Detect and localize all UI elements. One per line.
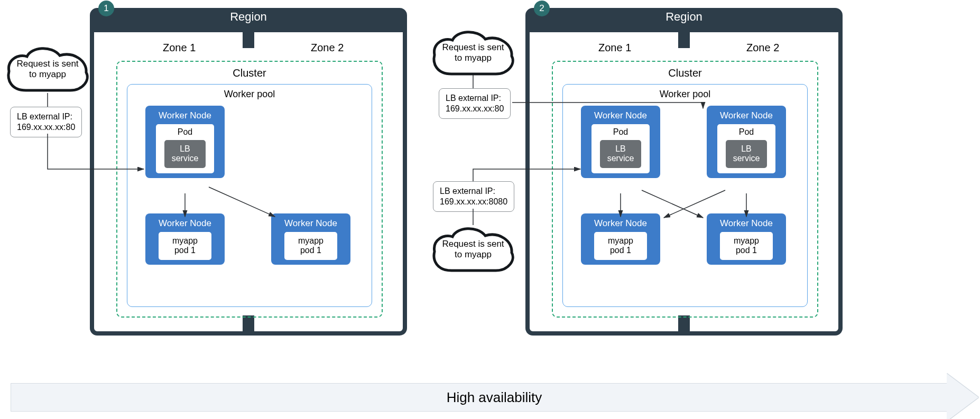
cloud-right-bottom-line1: Request is sent [428, 239, 518, 249]
cluster-box-left: Cluster Worker pool Worker Node Pod LB s… [116, 61, 383, 318]
lb-ip-left-line2: 169.xx.xx.xx:80 [17, 122, 75, 133]
ha-label: High availability [447, 389, 542, 406]
pod-box-lb-left: Pod LB service [156, 124, 214, 173]
zone1-label-right: Zone 1 [598, 42, 631, 54]
lb-ip-box-right-bottom: LB external IP: 169.xx.xx.xx:8080 [433, 181, 514, 212]
badge-one: 1 [98, 1, 114, 16]
lb-ip-right-top-line2: 169.xx.xx.xx:80 [446, 104, 504, 114]
lb-service-box1-right: LB service [600, 140, 641, 168]
myapp-pod1-line1-left: myapp [162, 236, 208, 246]
worker-node-title-lb1-right: Worker Node [586, 110, 655, 121]
lb-ip-right-bottom-line2: 169.xx.xx.xx:8080 [440, 197, 507, 207]
zone1-label-left: Zone 1 [163, 42, 196, 54]
myapp-pod2-line2-left: pod 1 [288, 246, 334, 255]
lb-service-box-left: LB service [164, 140, 206, 168]
myapp-pod1-line2-right: pod 1 [597, 246, 644, 255]
myapp-pod1-right: myapp pod 1 [594, 232, 647, 260]
region-box-left: Region Zone 1 Zone 2 Cluster Worker pool… [90, 8, 407, 336]
worker-pool-box-right: Worker pool Worker Node Pod LB service W… [562, 84, 808, 307]
lb-service2-line2-right: service [729, 154, 764, 163]
region-title-left: Region [230, 10, 267, 24]
worker-node-title-lb2-right: Worker Node [711, 110, 781, 121]
lb-ip-left-line1: LB external IP: [17, 111, 75, 122]
worker-node-lb2-right: Worker Node Pod LB service [707, 106, 786, 178]
cluster-title-right: Cluster [668, 67, 701, 79]
region-zone-divider-bottom-right [678, 315, 690, 331]
lb-service1-line1-right: LB [603, 144, 638, 154]
cloud-right-top-line2: to myapp [428, 53, 518, 63]
worker-node-title-app2-left: Worker Node [276, 218, 346, 229]
worker-node-title-app1-left: Worker Node [150, 218, 220, 229]
lb-service-line2-left: service [168, 154, 202, 163]
lb-service-line1-left: LB [168, 144, 202, 154]
zone2-label-right: Zone 2 [746, 42, 779, 54]
region-zone-divider-top-left [243, 32, 254, 48]
badge-two: 2 [534, 1, 550, 16]
worker-node-title-lb-left: Worker Node [150, 110, 220, 121]
cloud-left-line1: Request is sent [3, 59, 93, 69]
cloud-request-right-bottom: Request is sent to myapp [428, 222, 518, 277]
myapp-pod1-left: myapp pod 1 [159, 232, 211, 260]
worker-node-title-app2-right: Worker Node [711, 218, 781, 229]
cluster-box-right: Cluster Worker pool Worker Node Pod LB s… [552, 61, 818, 318]
zone2-label-left: Zone 2 [311, 42, 344, 54]
lb-ip-box-left: LB external IP: 169.xx.xx.xx:80 [10, 107, 82, 137]
myapp-pod1-line2-left: pod 1 [162, 246, 208, 255]
worker-pool-title-right: Worker pool [660, 89, 711, 100]
worker-node-lb1-right: Worker Node Pod LB service [581, 106, 660, 178]
cloud-request-left: Request is sent to myapp [3, 42, 93, 97]
worker-pool-title-left: Worker pool [224, 89, 275, 100]
high-availability-arrow: High availability [11, 383, 978, 412]
lb-service-box2-right: LB service [726, 140, 767, 168]
region-zone-divider-top-right [678, 32, 690, 48]
region-box-right: Region Zone 1 Zone 2 Cluster Worker pool… [525, 8, 843, 336]
ha-arrowhead [947, 374, 978, 419]
cloud-left-line2: to myapp [3, 69, 93, 80]
pod-title-lb2-right: Pod [720, 127, 772, 137]
lb-ip-right-top-line1: LB external IP: [446, 93, 504, 104]
region-zone-divider-bottom-left [243, 315, 254, 331]
myapp-pod2-line1-right: myapp [723, 236, 770, 246]
worker-node-app1-left: Worker Node myapp pod 1 [145, 213, 225, 265]
myapp-pod2-line1-left: myapp [288, 236, 334, 246]
pod-title-lb1-right: Pod [595, 127, 646, 137]
myapp-pod1-line1-right: myapp [597, 236, 644, 246]
lb-service2-line1-right: LB [729, 144, 764, 154]
region-title-right: Region [665, 10, 702, 24]
cluster-title-left: Cluster [233, 67, 266, 79]
worker-node-app1-right: Worker Node myapp pod 1 [581, 213, 660, 265]
pod-box-lb1-right: Pod LB service [591, 124, 650, 173]
lb-ip-right-bottom-line1: LB external IP: [440, 186, 507, 197]
cloud-request-right-top: Request is sent to myapp [428, 25, 518, 80]
worker-node-title-app1-right: Worker Node [586, 218, 655, 229]
pod-title-lb-left: Pod [159, 127, 211, 137]
worker-node-app2-left: Worker Node myapp pod 1 [271, 213, 350, 265]
lb-ip-box-right-top: LB external IP: 169.xx.xx.xx:80 [439, 88, 511, 119]
worker-node-app2-right: Worker Node myapp pod 1 [707, 213, 786, 265]
pod-box-lb2-right: Pod LB service [717, 124, 775, 173]
worker-node-lb-left: Worker Node Pod LB service [145, 106, 225, 178]
worker-pool-box-left: Worker pool Worker Node Pod LB service W… [127, 84, 372, 307]
myapp-pod2-right: myapp pod 1 [720, 232, 773, 260]
myapp-pod2-line2-right: pod 1 [723, 246, 770, 255]
myapp-pod2-left: myapp pod 1 [284, 232, 337, 260]
lb-service1-line2-right: service [603, 154, 638, 163]
cloud-right-bottom-line2: to myapp [428, 249, 518, 260]
cloud-right-top-line1: Request is sent [428, 42, 518, 53]
